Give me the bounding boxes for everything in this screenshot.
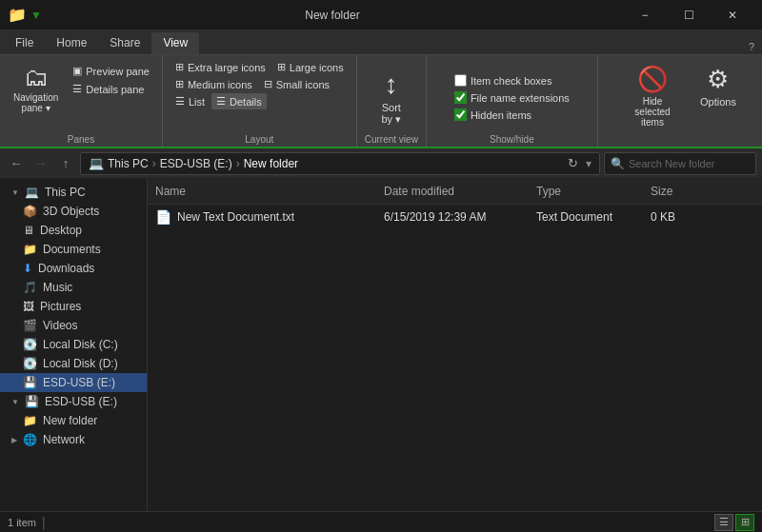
details-view-button[interactable]: ☰ <box>714 514 733 531</box>
videos-label: Videos <box>43 319 77 332</box>
forward-button[interactable]: → <box>30 153 51 174</box>
item-checkboxes-row[interactable]: Item check boxes <box>452 73 572 88</box>
panes-group: 🗂 Navigation pane ▾ ▣ Preview pane ☰ Det… <box>0 55 163 147</box>
tab-file[interactable]: File <box>4 32 45 54</box>
item-checkboxes-checkbox[interactable] <box>454 74 467 87</box>
sidebar-item-music[interactable]: 🎵 Music <box>0 278 147 297</box>
col-header-name[interactable]: Name <box>148 183 376 200</box>
preview-pane-button[interactable]: ▣ Preview pane <box>68 63 154 79</box>
options-label: Options <box>700 96 736 108</box>
file-ext-label: File name extensions <box>471 92 570 104</box>
col-header-date[interactable]: Date modified <box>376 183 529 200</box>
close-button[interactable]: ✕ <box>711 0 754 30</box>
sidebar-item-documents[interactable]: 📁 Documents <box>0 240 147 259</box>
table-row[interactable]: 📄 New Text Document.txt 6/15/2019 12:39 … <box>148 205 762 230</box>
file-ext-checkbox[interactable] <box>454 91 467 104</box>
nav-bar: ← → ↑ 💻 This PC › ESD-USB (E:) › New fol… <box>0 148 762 179</box>
small-icons-label: Small icons <box>276 79 330 90</box>
tab-view[interactable]: View <box>151 32 199 54</box>
preview-pane-icon: ▣ <box>72 65 82 77</box>
documents-label: Documents <box>43 243 101 256</box>
extra-large-icons-button[interactable]: ⊞ Extra large icons <box>170 59 271 75</box>
file-ext-row[interactable]: File name extensions <box>452 90 572 105</box>
search-icon: 🔍 <box>611 157 625 170</box>
downloads-label: Downloads <box>38 262 94 275</box>
hide-selected-icon: 🚫 <box>637 65 668 94</box>
extra-large-icon: ⊞ <box>175 61 184 73</box>
search-box[interactable]: 🔍 Search New folder <box>604 152 756 175</box>
videos-icon: 🎬 <box>23 319 37 332</box>
layout-group: ⊞ Extra large icons ⊞ Large icons ⊞ Medi… <box>163 55 357 147</box>
list-button[interactable]: ☰ List <box>170 93 210 109</box>
details-pane-label: Details pane <box>86 84 144 95</box>
sidebar-item-pictures[interactable]: 🖼 Pictures <box>0 297 147 316</box>
sidebar-item-downloads[interactable]: ⬇ Downloads <box>0 259 147 278</box>
list-icon: ☰ <box>175 95 185 108</box>
hide-options-content: 🚫 Hide selecteditems ⚙ Options <box>616 59 744 132</box>
hide-selected-button[interactable]: 🚫 Hide selecteditems <box>616 59 689 129</box>
desktop-icon: 🖥 <box>23 224 34 237</box>
file-area: Name Date modified Type Size 📄 New Text … <box>148 179 762 511</box>
help-icon[interactable]: ? <box>749 41 754 52</box>
sidebar-item-videos[interactable]: 🎬 Videos <box>0 316 147 335</box>
sidebar-item-network[interactable]: 🌐 Network <box>0 430 147 449</box>
breadcrumb-thispc[interactable]: This PC <box>108 157 149 170</box>
tab-home[interactable]: Home <box>45 32 98 54</box>
hide-options-group: 🚫 Hide selecteditems ⚙ Options . <box>598 55 762 147</box>
sort-icon: ↕ <box>385 69 398 100</box>
title-bar-icons: 📁 ▼ <box>8 6 42 24</box>
status-cursor: | <box>42 515 46 530</box>
ribbon-tabs: File Home Share View ? <box>0 30 762 55</box>
sidebar-item-usb-e[interactable]: 💾 ESD-USB (E:) <box>0 373 147 392</box>
up-button[interactable]: ↑ <box>55 153 76 174</box>
details-pane-button[interactable]: ☰ Details pane <box>68 81 154 97</box>
maximize-button[interactable]: ☐ <box>667 0 711 30</box>
sidebar-item-3dobjects[interactable]: 📦 3D Objects <box>0 202 147 221</box>
sidebar-item-localc[interactable]: 💽 Local Disk (C:) <box>0 335 147 354</box>
network-expand-icon <box>11 436 17 444</box>
col-header-type[interactable]: Type <box>529 183 643 200</box>
nav-pane-button[interactable]: 🗂 Navigation pane ▾ <box>8 59 64 117</box>
options-icon: ⚙ <box>707 65 729 94</box>
sidebar-item-usb-section[interactable]: 💾 ESD-USB (E:) <box>0 392 147 411</box>
layout-row-1: ⊞ Extra large icons ⊞ Large icons <box>170 59 349 75</box>
breadcrumb-dropdown-icon[interactable]: ▾ <box>586 157 592 170</box>
breadcrumb-bar[interactable]: 💻 This PC › ESD-USB (E:) › New folder ↻ … <box>80 152 600 175</box>
window-title: New folder <box>42 9 623 22</box>
back-button[interactable]: ← <box>6 153 27 174</box>
hide-options-spacer: . <box>679 134 682 145</box>
refresh-button[interactable]: ↻ <box>563 154 582 173</box>
tab-share[interactable]: Share <box>98 32 151 54</box>
window-controls[interactable]: − ☐ ✕ <box>623 0 754 30</box>
status-count: 1 item <box>8 517 36 528</box>
col-header-size[interactable]: Size <box>643 183 719 200</box>
breadcrumb-usbdrive[interactable]: ESD-USB (E:) <box>160 157 232 170</box>
showhide-group-label: Show/hide <box>490 134 534 145</box>
locald-label: Local Disk (D:) <box>43 357 118 370</box>
sidebar-item-locald[interactable]: 💽 Local Disk (D:) <box>0 354 147 373</box>
hidden-items-row[interactable]: Hidden items <box>452 108 572 122</box>
sidebar-item-desktop[interactable]: 🖥 Desktop <box>0 221 147 240</box>
small-icons-button[interactable]: ⊟ Small icons <box>259 76 334 92</box>
options-button[interactable]: ⚙ Options <box>692 59 744 109</box>
large-icons-button[interactable]: ⊞ Large icons <box>272 59 349 75</box>
details-icon: ☰ <box>216 95 226 108</box>
medium-icons-button[interactable]: ⊞ Medium icons <box>170 76 257 92</box>
newfolder-label: New folder <box>43 414 97 427</box>
minimize-button[interactable]: − <box>623 0 667 30</box>
extra-large-label: Extra large icons <box>188 62 266 73</box>
sidebar-item-newfolder[interactable]: 📁 New folder <box>0 411 147 430</box>
pictures-label: Pictures <box>40 300 81 313</box>
sort-label: Sortby ▾ <box>381 102 401 126</box>
sidebar-item-this-pc[interactable]: 💻 This PC <box>0 183 147 202</box>
large-icons-view-button[interactable]: ⊞ <box>735 514 754 531</box>
3dobjects-icon: 📦 <box>23 205 37 218</box>
hidden-items-label: Hidden items <box>471 109 531 121</box>
details-button[interactable]: ☰ Details <box>211 93 267 109</box>
sort-button[interactable]: ↕ Sortby ▾ <box>369 64 414 128</box>
hidden-items-checkbox[interactable] <box>454 108 467 121</box>
quick-access-icon: ▼ <box>30 9 42 22</box>
breadcrumb-sep-2: › <box>236 157 240 170</box>
network-icon: 🌐 <box>23 433 37 446</box>
breadcrumb-newfolder[interactable]: New folder <box>244 157 298 170</box>
